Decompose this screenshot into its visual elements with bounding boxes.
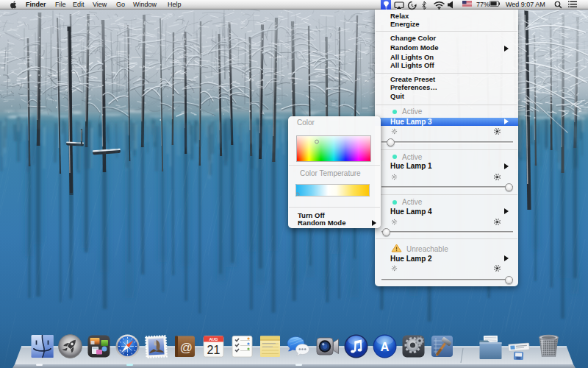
svg-text:@: @ bbox=[179, 341, 192, 355]
svg-text:A: A bbox=[381, 340, 390, 353]
svg-text:AUG: AUG bbox=[209, 337, 218, 342]
svg-text:21: 21 bbox=[207, 344, 220, 356]
